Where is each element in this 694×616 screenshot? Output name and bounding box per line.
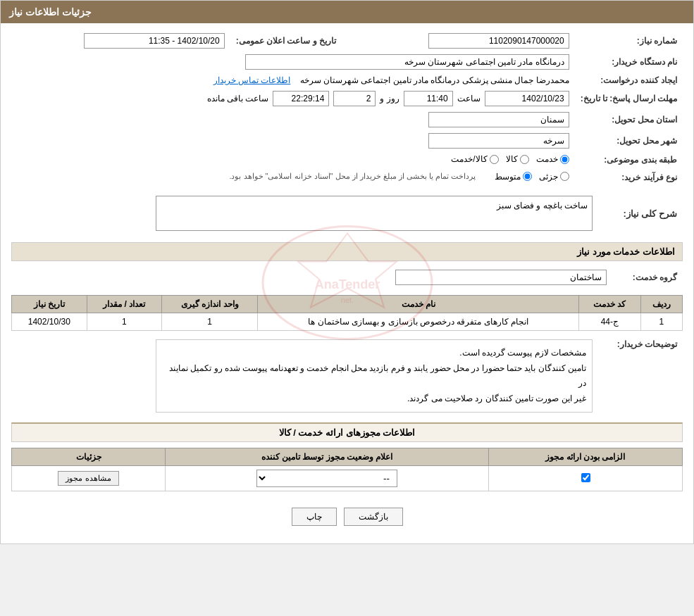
province-value: سمنان: [428, 112, 569, 127]
category-option-goods[interactable]: کالا: [506, 154, 529, 164]
deadline-label: مهلت ارسال پاسخ: تا تاریخ:: [575, 88, 683, 109]
purchase-type-partial[interactable]: جزئی: [539, 172, 569, 182]
purchase-type-medium[interactable]: متوسط: [495, 172, 532, 182]
services-table: ردیف کد خدمت نام خدمت واحد اندازه گیری ت…: [11, 295, 683, 331]
purchase-type-label: نوع فرآیند خرید:: [575, 169, 683, 187]
purchase-type-radio-partial[interactable]: [560, 172, 569, 181]
need-number-value: 1102090147000020: [428, 33, 569, 49]
category-radio-both[interactable]: [490, 155, 499, 164]
city-label: شهر محل تحویل:: [575, 130, 683, 151]
table-row: 1 ج-44 انجام کارهای متفرقه درخصوص بازساز…: [12, 313, 683, 331]
category-radio-service[interactable]: [560, 155, 569, 164]
service-group-value: ساختمان: [395, 270, 607, 285]
permit-required-cell: [489, 466, 683, 491]
category-label-goods: کالا: [506, 154, 518, 164]
permit-col-details: جزئیات: [12, 448, 166, 466]
col-row: ردیف: [640, 296, 682, 313]
deadline-remaining: 22:29:14: [273, 91, 329, 106]
print-button[interactable]: چاپ: [292, 508, 337, 526]
need-desc-label: شرح کلی نیاز:: [598, 193, 683, 234]
col-date: تاریخ نیاز: [12, 296, 87, 313]
category-radio-goods[interactable]: [520, 155, 529, 164]
category-label-both: کالا/خدمت: [451, 154, 487, 164]
permit-required-checkbox[interactable]: [581, 473, 590, 482]
cell-qty: 1: [87, 313, 161, 331]
need-desc-value: ساخت باغچه و فضای سبز: [156, 196, 593, 231]
category-label: طبقه بندی موضوعی:: [575, 151, 683, 169]
permit-col-status: اعلام وضعیت مجوز توسط تامین کننده: [166, 448, 489, 466]
category-radio-group: خدمت کالا کالا/خدمت: [451, 154, 569, 164]
deadline-day-label: روز و: [380, 94, 399, 103]
deadline-remaining-label: ساعت باقی مانده: [207, 94, 269, 103]
purchase-type-label-partial: جزئی: [539, 172, 558, 182]
creator-value: محمدرضا جمال منشی پزشکی درمانگاه مادر تا…: [300, 75, 569, 85]
col-unit: واحد اندازه گیری: [162, 296, 258, 313]
buyer-notes-label: توضیحات خریدار:: [598, 337, 683, 415]
buyer-notes-content: مشخصات لازم پیوست گردیده است.تامین کنندگ…: [156, 339, 593, 413]
permit-col-required: الزامی بودن ارائه مجوز: [489, 448, 683, 466]
need-desc-table: شرح کلی نیاز: ساخت باغچه و فضای سبز: [11, 193, 683, 234]
buyer-org-value: درمانگاه مادر تامین اجتماعی شهرستان سرخه: [245, 54, 569, 70]
back-button[interactable]: بازگشت: [344, 508, 403, 526]
note-line: غیر این صورت تامین کنندگان رد صلاحیت می …: [162, 391, 586, 407]
cell-unit: 1: [162, 313, 258, 331]
service-group-label: گروه خدمت:: [612, 267, 683, 288]
page-wrapper: جزئیات اطلاعات نیاز AnaTender .net شماره…: [0, 0, 694, 544]
note-line: مشخصات لازم پیوست گردیده است.: [162, 346, 586, 361]
service-group-table: گروه خدمت: ساختمان: [11, 267, 683, 288]
permit-table: الزامی بودن ارائه مجوز اعلام وضعیت مجوز …: [11, 448, 683, 491]
view-permit-button[interactable]: مشاهده مجوز: [58, 471, 118, 486]
list-item: -- مشاهده مجوز: [12, 466, 683, 491]
province-label: استان محل تحویل:: [575, 109, 683, 130]
permit-status-cell: --: [166, 466, 489, 491]
cell-name: انجام کارهای متفرقه درخصوص بازسازی و بهس…: [258, 313, 579, 331]
permit-details-cell: مشاهده مجوز: [12, 466, 166, 491]
announcement-label: تاریخ و ساعت اعلان عمومی:: [230, 30, 342, 51]
cell-row: 1: [640, 313, 682, 331]
col-qty: تعداد / مقدار: [87, 296, 161, 313]
deadline-days: 2: [333, 91, 376, 106]
contact-link[interactable]: اطلاعات تماس خریدار: [213, 75, 291, 85]
note-line: تامین کنندگان باید حتما حضورا در محل حضو…: [162, 361, 586, 391]
category-option-service[interactable]: خدمت: [536, 154, 569, 164]
buyer-notes-table: توضیحات خریدار: مشخصات لازم پیوست گردیده…: [11, 337, 683, 415]
purchase-type-group: جزئی متوسط پرداخت تمام یا بخشی از مبلغ خ…: [229, 172, 569, 182]
page-title: جزئیات اطلاعات نیاز: [9, 6, 92, 18]
header-info-table: شماره نیاز: 1102090147000020 تاریخ و ساع…: [11, 30, 683, 186]
creator-label: ایجاد کننده درخواست:: [575, 73, 683, 88]
services-section-header: اطلاعات خدمات مورد نیاز: [11, 242, 683, 261]
permit-section-header: اطلاعات مجوزهای ارائه خدمت / کالا: [11, 422, 683, 442]
need-number-label: شماره نیاز:: [575, 30, 683, 51]
content-area: AnaTender .net شماره نیاز: 1102090147000…: [1, 23, 693, 543]
deadline-time-label: ساعت: [457, 94, 481, 103]
col-code: کد خدمت: [579, 296, 641, 313]
permit-status-select[interactable]: --: [256, 470, 397, 487]
purchase-type-note: پرداخت تمام یا بخشی از مبلغ خریدار از مح…: [229, 172, 476, 181]
need-description-section: شرح کلی نیاز: ساخت باغچه و فضای سبز: [11, 193, 683, 234]
category-label-service: خدمت: [536, 154, 558, 164]
category-option-both[interactable]: کالا/خدمت: [451, 154, 498, 164]
purchase-type-label-medium: متوسط: [495, 172, 521, 182]
col-name: نام خدمت: [258, 296, 579, 313]
bottom-buttons: بازگشت چاپ: [11, 497, 683, 536]
buyer-org-label: نام دستگاه خریدار:: [575, 51, 683, 73]
deadline-date: 1402/10/23: [485, 91, 569, 106]
announcement-value: 1402/10/20 - 11:35: [84, 33, 225, 49]
purchase-type-radio-medium[interactable]: [523, 172, 532, 181]
page-header: جزئیات اطلاعات نیاز: [1, 1, 693, 23]
deadline-time: 11:40: [404, 91, 453, 106]
city-value: سرخه: [428, 133, 569, 149]
cell-date: 1402/10/30: [12, 313, 87, 331]
cell-code: ج-44: [579, 313, 641, 331]
